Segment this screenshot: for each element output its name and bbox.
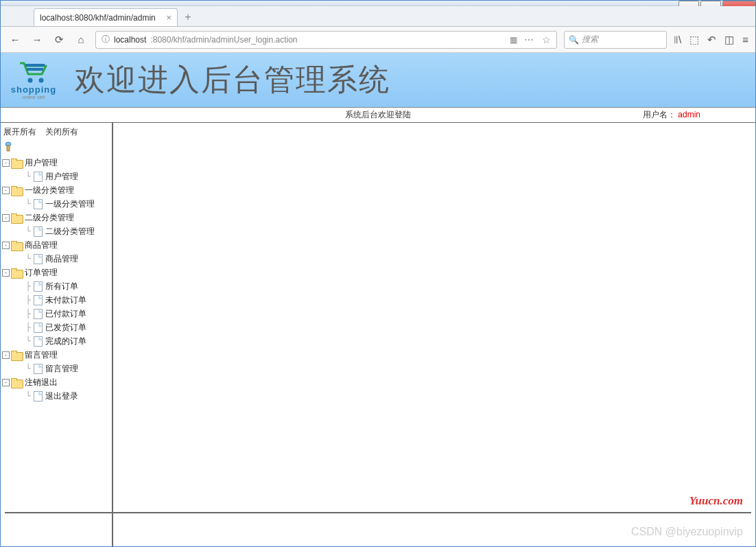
- more-actions-icon[interactable]: ⋯: [524, 34, 534, 45]
- tree-folder[interactable]: -商品管理: [2, 238, 110, 252]
- page-content: shopping online cart 欢迎进入后台管理系统 系统后台欢迎登陆…: [1, 53, 755, 546]
- undo-icon[interactable]: ↶: [707, 34, 716, 46]
- tree-leaf[interactable]: └退出登录: [2, 389, 110, 403]
- collapse-icon[interactable]: -: [2, 159, 10, 167]
- cart-icon: [19, 61, 49, 84]
- url-path: :8080/khf/admin/adminUser_login.action: [150, 35, 297, 45]
- tree-folder[interactable]: -一级分类管理: [2, 183, 110, 197]
- tree-line-icon: └: [23, 336, 34, 346]
- tree-line-icon: ├: [23, 295, 34, 305]
- main-pane: [113, 123, 755, 546]
- sidebar-toggle-icon[interactable]: ◫: [724, 34, 734, 46]
- tree-leaf[interactable]: └完成的订单: [2, 334, 110, 348]
- collapse-icon[interactable]: -: [2, 269, 10, 277]
- tab-strip: localhost:8080/khf/admin/admin × +: [1, 6, 755, 27]
- svg-rect-0: [25, 64, 45, 67]
- collapse-icon[interactable]: -: [2, 187, 10, 194]
- folder-icon: [11, 159, 22, 167]
- tree-folder-label: 二级分类管理: [25, 212, 74, 224]
- folder-icon: [11, 241, 22, 250]
- url-host: localhost: [114, 35, 146, 45]
- folder-icon: [11, 351, 22, 360]
- collapse-icon[interactable]: -: [2, 351, 10, 359]
- tree-leaf[interactable]: └一级分类管理: [2, 197, 110, 211]
- tab-close-icon[interactable]: ×: [166, 12, 172, 23]
- collapse-icon[interactable]: -: [2, 379, 10, 386]
- tree-leaf-label: 所有订单: [45, 281, 78, 292]
- qr-icon[interactable]: ▦: [510, 35, 516, 45]
- svg-point-3: [39, 78, 44, 82]
- tab-title: localhost:8080/khf/admin/admin: [40, 13, 156, 23]
- menu-icon[interactable]: ≡: [742, 34, 748, 46]
- tree-line-icon: └: [23, 364, 34, 373]
- folder-icon: [11, 186, 22, 195]
- library-icon[interactable]: ⫴\: [674, 34, 681, 46]
- page-icon: [34, 309, 43, 319]
- tree-leaf-label: 完成的订单: [45, 336, 86, 347]
- back-button[interactable]: ←: [8, 32, 23, 47]
- tree-line-icon: └: [23, 172, 34, 181]
- bottom-divider: [5, 512, 751, 513]
- address-bar[interactable]: ⓘ localhost:8080/khf/admin/adminUser_log…: [95, 31, 557, 49]
- tree-folder[interactable]: -注销退出: [2, 375, 110, 389]
- tree-folder-label: 商品管理: [25, 240, 58, 251]
- svg-rect-5: [7, 146, 10, 151]
- home-button[interactable]: ⌂: [73, 32, 88, 47]
- tree-leaf-label: 二级分类管理: [45, 226, 95, 237]
- svg-rect-1: [27, 68, 43, 71]
- sidebar-top-links: 展开所有 关闭所有: [1, 124, 112, 140]
- tree-leaf-label: 一级分类管理: [45, 198, 95, 210]
- tree-leaf[interactable]: ├已发货订单: [2, 321, 110, 334]
- tree-leaf-label: 退出登录: [45, 391, 78, 402]
- tree-leaf[interactable]: └商品管理: [2, 252, 110, 266]
- collapse-all-link[interactable]: 关闭所有: [45, 127, 78, 137]
- tree-folder[interactable]: -订单管理: [2, 266, 110, 279]
- body-row: 展开所有 关闭所有 -用户管理└用户管理-一级分类管理└一级分类管理-二级分类管…: [1, 123, 755, 546]
- page-icon: [34, 364, 43, 374]
- tree-leaf[interactable]: ├未付款订单: [2, 293, 110, 307]
- tree-leaf[interactable]: └用户管理: [2, 170, 110, 183]
- tree-leaf-label: 用户管理: [45, 171, 78, 183]
- tree-folder-label: 订单管理: [25, 267, 58, 279]
- tree-folder[interactable]: -留言管理: [2, 348, 110, 362]
- logo-subtext: online cart: [6, 95, 61, 100]
- tree-folder[interactable]: -用户管理: [2, 156, 110, 170]
- bookmark-star-icon[interactable]: ☆: [542, 34, 551, 45]
- new-tab-button[interactable]: +: [179, 10, 197, 25]
- tree-root-icon[interactable]: [1, 140, 112, 156]
- address-bar-actions: ▦ ⋯ ☆: [510, 34, 551, 45]
- tree-folder-label: 用户管理: [25, 157, 58, 169]
- toolbar-icons: ⫴\ ⬚ ↶ ◫ ≡: [674, 34, 748, 46]
- page-icon: [34, 391, 43, 401]
- screenshot-icon[interactable]: ⬚: [689, 34, 699, 46]
- info-icon: ⓘ: [102, 34, 110, 45]
- folder-icon: [11, 268, 22, 277]
- search-placeholder: 搜索: [582, 34, 598, 45]
- folder-icon: [11, 213, 22, 222]
- tree-folder-label: 注销退出: [25, 377, 58, 388]
- reload-button[interactable]: ⟳: [51, 32, 67, 47]
- page-icon: [34, 281, 43, 292]
- tree-line-icon: └: [23, 199, 34, 209]
- page-icon: [34, 172, 43, 182]
- tree-line-icon: ├: [23, 281, 34, 291]
- tree-leaf-label: 已付款订单: [45, 308, 86, 320]
- page-icon: [34, 323, 43, 333]
- logo-text: shopping: [6, 84, 61, 95]
- search-icon: 🔍: [569, 35, 579, 45]
- search-box[interactable]: 🔍 搜索: [564, 31, 667, 49]
- browser-tab[interactable]: localhost:8080/khf/admin/admin ×: [34, 8, 178, 26]
- tree-leaf[interactable]: ├所有订单: [2, 279, 110, 293]
- tree-folder[interactable]: -二级分类管理: [2, 211, 110, 224]
- user-info: 用户名： admin: [643, 109, 755, 121]
- tree-leaf[interactable]: ├已付款订单: [2, 307, 110, 321]
- page-icon: [34, 254, 43, 264]
- tree-leaf[interactable]: └留言管理: [2, 362, 110, 375]
- expand-all-link[interactable]: 展开所有: [3, 127, 36, 137]
- tree-leaf[interactable]: └二级分类管理: [2, 224, 110, 238]
- page-icon: [34, 336, 43, 347]
- forward-button[interactable]: →: [29, 32, 45, 47]
- tree-leaf-label: 未付款订单: [45, 294, 86, 306]
- collapse-icon[interactable]: -: [2, 214, 10, 222]
- collapse-icon[interactable]: -: [2, 242, 10, 249]
